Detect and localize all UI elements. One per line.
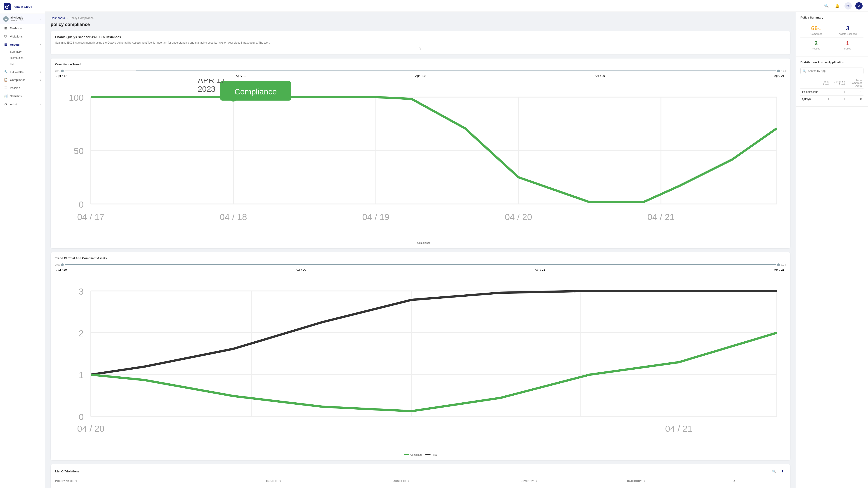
sidebar-item-assets[interactable]: ⊡ Assets ∧: [0, 40, 45, 48]
search-icon: 🔍: [803, 69, 806, 73]
sidebar-item-statistics[interactable]: 📊 Statistics: [0, 92, 45, 100]
search-icon[interactable]: 🔍: [823, 2, 830, 9]
asset-year-start: 2023: [55, 264, 60, 266]
compliance-trend-card: Compliance Trend 2023 2023 Apr / 17 Apr …: [51, 59, 790, 248]
asset-handle-right[interactable]: [777, 263, 780, 266]
cloud-name: all-clouds: [10, 16, 38, 19]
passed-value: 2: [804, 40, 828, 46]
compliance-icon: 📋: [4, 78, 8, 82]
passed-label: Passed: [804, 47, 828, 50]
summary-passed: 2 Passed: [800, 38, 832, 53]
expand-button[interactable]: ∨: [55, 46, 786, 51]
col-category: Category ⇅: [627, 480, 732, 482]
sidebar-item-label: Dashboard: [10, 27, 24, 30]
subnav-list[interactable]: List: [10, 61, 45, 68]
scanned-value: 3: [836, 25, 860, 32]
asset-trend-card: Trend Of Total And Compliant Assets 2023…: [51, 252, 790, 460]
policy-summary-title: Policy Summary: [800, 16, 864, 19]
asset-timeline-track: [65, 264, 776, 265]
tl-label-5: Apr / 21: [774, 74, 784, 77]
violations-table-header: Policy Name ⇅ Issue ID ⇅ Asset ID ⇅ Seve…: [55, 478, 786, 484]
timeline-handle-right[interactable]: [777, 70, 780, 72]
logo-avatar[interactable]: PC: [844, 2, 852, 9]
bell-icon[interactable]: 🔔: [834, 2, 841, 9]
policy-card: Enable Qualys Scan for AWS EC2 Instances…: [51, 31, 790, 55]
tl-label-1: Apr / 17: [57, 74, 67, 77]
svg-text:04 / 21: 04 / 21: [647, 212, 675, 222]
sidebar-item-fix-central[interactable]: 🔧 Fix Central ∨: [0, 68, 45, 76]
sidebar: Paladin Cloud ☁ all-clouds Assets: 2043 …: [0, 0, 45, 488]
search-by-app-input[interactable]: [800, 68, 864, 74]
timeline-handle-left[interactable]: [61, 70, 64, 72]
admin-icon: ⚙: [4, 102, 8, 106]
sidebar-item-label: Statistics: [10, 94, 22, 98]
sidebar-nav: ⊞ Dashboard 🛡 Violations ⊡ Assets ∧ Summ…: [0, 24, 45, 108]
breadcrumb: Dashboard › Policy Compliance: [51, 16, 790, 20]
svg-text:2: 2: [79, 328, 84, 338]
compliance-legend: Compliance: [55, 241, 786, 244]
asset-legend: Compliant Total: [55, 453, 786, 456]
svg-text:50: 50: [74, 146, 84, 156]
violations-card: List Of Violations 🔍 ⬇ Policy Name ⇅ Iss…: [51, 464, 790, 488]
legend-line: [410, 242, 416, 243]
cloud-info: all-clouds Assets: 2043: [10, 16, 38, 22]
sidebar-item-dashboard[interactable]: ⊞ Dashboard: [0, 24, 45, 32]
page-title: policy compliance: [51, 22, 790, 27]
summary-failed: 1 Failed: [832, 38, 864, 53]
sidebar-item-compliance[interactable]: 📋 Compliance ∨: [0, 76, 45, 84]
compliant-value: 66%: [804, 25, 828, 32]
total-legend-line: [425, 454, 431, 455]
total-val: 1: [820, 96, 831, 103]
sidebar-item-label: Compliance: [10, 78, 26, 82]
user-avatar[interactable]: J: [855, 2, 863, 9]
asset-timeline-bar: 2023 2023: [55, 263, 786, 267]
cloud-selector[interactable]: ☁ all-clouds Assets: 2043 ⌄: [0, 14, 45, 24]
app-name: PaladinCloud: [800, 89, 820, 96]
assets-subnav: Summary Distribution List: [0, 48, 45, 68]
svg-text:Compliance: Compliance: [235, 87, 277, 96]
fix-central-icon: 🔧: [4, 70, 8, 73]
sidebar-item-policies[interactable]: ☰ Policies: [0, 84, 45, 92]
legend-label: Compliance: [417, 241, 430, 244]
search-violations-button[interactable]: 🔍: [771, 468, 777, 475]
subnav-summary[interactable]: Summary: [10, 48, 45, 55]
compliant-val: 1: [831, 89, 847, 96]
compliant-val: 1: [831, 96, 847, 103]
page-main: Dashboard › Policy Compliance policy com…: [45, 12, 796, 488]
statistics-icon: 📊: [4, 94, 8, 98]
svg-text:3: 3: [79, 287, 84, 296]
logo: Paladin Cloud: [0, 0, 45, 14]
chevron-icon: ∨: [40, 103, 41, 105]
summary-scanned: 3 Assets Scanned: [832, 23, 864, 38]
sidebar-item-admin[interactable]: ⚙ Admin ∨: [0, 100, 45, 108]
tl-label-3: Apr / 19: [415, 74, 426, 77]
compliant-label: Compliant: [804, 33, 828, 35]
year-end: 2023: [781, 70, 786, 72]
col-a: A: [734, 480, 786, 482]
download-violations-button[interactable]: ⬇: [779, 468, 786, 475]
dist-row-paladincloud: PaladinCloud 2 1 1: [800, 89, 864, 96]
policy-title: Enable Qualys Scan for AWS EC2 Instances: [55, 35, 786, 39]
dist-header-row: Total Asset Compliant Asset Non-Complian…: [800, 77, 864, 89]
svg-text:2023: 2023: [198, 85, 216, 94]
failed-value: 1: [836, 40, 860, 46]
breadcrumb-home[interactable]: Dashboard: [51, 16, 65, 20]
compliance-chart-svg: 100 50 0: [55, 79, 786, 239]
breadcrumb-sep: ›: [67, 17, 68, 20]
asset-handle-left[interactable]: [61, 263, 64, 266]
svg-text:0: 0: [79, 199, 84, 209]
sort-icon: ⇅: [535, 480, 537, 482]
policy-description: Scanning EC2 instances monthly using the…: [55, 41, 786, 45]
tl-label-2: Apr / 18: [236, 74, 246, 77]
compliant-legend-label: Compliant: [410, 453, 422, 456]
subnav-distribution[interactable]: Distribution: [10, 55, 45, 61]
sidebar-item-violations[interactable]: 🛡 Violations: [0, 32, 45, 40]
compliance-trend-title: Compliance Trend: [55, 63, 786, 66]
sort-icon: ⇅: [644, 480, 646, 482]
total-val: 2: [820, 89, 831, 96]
timeline-labels: Apr / 17 Apr / 18 Apr / 19 Apr / 20 Apr …: [55, 74, 786, 77]
breadcrumb-current: Policy Compliance: [70, 16, 94, 20]
timeline-bar: 2023 2023: [55, 69, 786, 73]
sort-icon: ⇅: [408, 480, 410, 482]
chevron-icon: ∨: [40, 70, 41, 73]
